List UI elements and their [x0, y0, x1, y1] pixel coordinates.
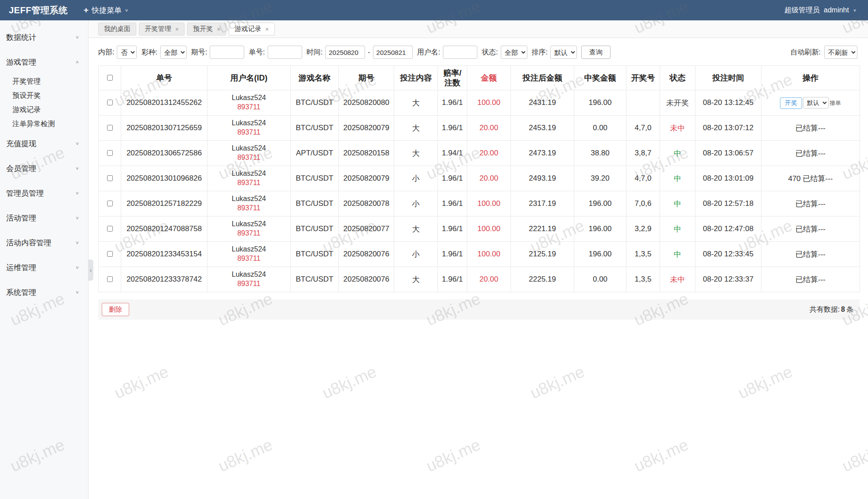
draw-button[interactable]: 开奖	[780, 97, 802, 109]
odds-cell: 1.96/1	[438, 217, 467, 242]
tab[interactable]: 开奖管理×	[139, 23, 184, 35]
tab[interactable]: 游戏记录×	[229, 23, 274, 35]
order-input[interactable]	[268, 46, 302, 59]
game-name-cell: BTC/USDT	[291, 242, 339, 267]
column-header: 金额	[467, 66, 511, 90]
sidebar-item[interactable]: 数据统计∨	[0, 25, 88, 50]
plus-icon: +	[84, 5, 88, 15]
sidebar-subitem[interactable]: 开奖管理	[0, 74, 88, 89]
action-select[interactable]: 默认	[803, 97, 829, 108]
table-header-row: 单号用户名(ID)游戏名称期号投注内容赔率/注数金额投注后金额中奖金额开奖号状态…	[99, 66, 860, 90]
game-name-cell: BTC/USDT	[291, 166, 339, 191]
sidebar-item[interactable]: 活动内容管理∨	[0, 230, 88, 255]
action-cell: 开奖默认撤单	[761, 90, 860, 116]
issue-cell: 20250820076	[339, 242, 394, 267]
amount-cell: 100.00	[467, 90, 511, 116]
after-amount-cell: 2493.19	[511, 166, 574, 191]
sidebar-subitem[interactable]: 注单异常检测	[0, 117, 88, 131]
time-from-input[interactable]	[325, 46, 365, 59]
column-header: 投注时间	[695, 66, 761, 90]
checkbox-cell	[99, 90, 121, 116]
bet-time-cell: 08-20 12:33:37	[695, 267, 761, 292]
sidebar-item[interactable]: 会员管理∨	[0, 156, 88, 181]
internal-select[interactable]: 否	[117, 46, 137, 59]
auto-refresh-select[interactable]: 不刷新	[824, 46, 857, 59]
issue-filter-label: 期号:	[191, 48, 207, 57]
select-all-header	[99, 66, 121, 90]
bet-time-cell: 08-20 13:06:57	[695, 141, 761, 166]
row-checkbox[interactable]	[107, 276, 113, 282]
sidebar-item[interactable]: 运维管理∨	[0, 255, 88, 280]
after-amount-cell: 2473.19	[511, 141, 574, 166]
sidebar-item-label: 活动内容管理	[6, 238, 51, 248]
bet-content-cell: 大	[394, 141, 438, 166]
amount-cell: 20.00	[467, 141, 511, 166]
select-all-checkbox[interactable]	[107, 75, 113, 81]
row-checkbox[interactable]	[107, 125, 113, 131]
order-no-cell: 202508201307125659	[121, 116, 207, 141]
sidebar-item[interactable]: 系统管理∨	[0, 280, 88, 305]
row-checkbox[interactable]	[107, 201, 113, 206]
close-icon[interactable]: ×	[175, 26, 179, 32]
tab-label: 预开奖	[193, 25, 213, 33]
row-checkbox[interactable]	[107, 175, 113, 181]
sidebar-item[interactable]: 充值提现∨	[0, 131, 88, 156]
user-id-text: 893711	[209, 128, 288, 137]
sidebar-item-label: 活动管理	[6, 213, 36, 223]
draw-number-cell: 4,7,0	[626, 166, 660, 191]
user-name: adminht	[824, 6, 849, 14]
win-amount-cell: 196.00	[574, 217, 626, 242]
sidebar-item-label: 充值提现	[6, 139, 36, 149]
sidebar-item[interactable]: 管理员管理∨	[0, 181, 88, 205]
close-icon[interactable]: ×	[217, 26, 220, 32]
issue-input[interactable]	[210, 46, 244, 59]
row-checkbox[interactable]	[107, 150, 113, 156]
lottery-select[interactable]: 全部	[160, 46, 187, 59]
row-checkbox[interactable]	[107, 100, 113, 105]
order-no-cell: 202508201233378742	[121, 267, 207, 292]
time-separator: -	[368, 48, 370, 56]
status-cell: 未开奖	[660, 90, 695, 116]
search-button[interactable]: 查询	[581, 46, 611, 59]
action-cell: 已结算---	[761, 267, 860, 292]
sort-select[interactable]: 默认	[550, 46, 577, 59]
username-input[interactable]	[443, 46, 477, 59]
user-id-text: 893711	[209, 229, 288, 238]
action-cell: 已结算---	[761, 242, 860, 267]
column-header: 操作	[761, 66, 860, 90]
user-menu[interactable]: 超级管理员 adminht ∨	[784, 6, 856, 15]
close-icon[interactable]: ×	[265, 26, 269, 32]
row-checkbox[interactable]	[107, 226, 113, 232]
draw-number-cell: 3,2,9	[626, 217, 660, 242]
status-select[interactable]: 全部	[501, 46, 527, 59]
username-text: Lukasz524	[209, 194, 288, 204]
time-to-input[interactable]	[373, 46, 413, 59]
status-cell: 未中	[660, 116, 695, 141]
draw-number-cell: 1,3,5	[626, 267, 660, 292]
main-content: 我的桌面开奖管理×预开奖×游戏记录× 内部: 否 彩种: 全部 期号: 单号: …	[88, 20, 868, 499]
sidebar-item[interactable]: 活动管理∨	[0, 205, 88, 230]
sidebar-subitem[interactable]: 预设开奖	[0, 89, 88, 103]
user-id-text: 893711	[209, 178, 288, 188]
tab-bar: 我的桌面开奖管理×预开奖×游戏记录×	[88, 20, 868, 38]
status-filter-label: 状态:	[482, 48, 498, 57]
table-row: 202508201306572586Lukasz524893711APT/USD…	[99, 141, 860, 166]
sidebar-submenu: 开奖管理预设开奖游戏记录注单异常检测	[0, 74, 88, 131]
sidebar-item[interactable]: 游戏管理∧	[0, 50, 88, 74]
delete-button[interactable]: 删除	[102, 303, 129, 316]
status-cell: 中	[660, 191, 695, 217]
odds-cell: 1.96/1	[438, 242, 467, 267]
after-amount-cell: 2125.19	[511, 242, 574, 267]
cancel-order-link[interactable]: 撤单	[830, 100, 841, 106]
action-cell: 已结算---	[761, 116, 860, 141]
app-title: JEFF管理系统	[9, 4, 68, 16]
table-row: 202508201233378742Lukasz524893711BTC/USD…	[99, 267, 860, 292]
quick-menu-button[interactable]: + 快捷菜单 ∨	[84, 5, 128, 15]
tab[interactable]: 我的桌面	[98, 23, 136, 35]
sidebar-collapse-handle[interactable]: ‹	[88, 259, 93, 281]
user-id-text: 893711	[209, 103, 288, 112]
row-checkbox[interactable]	[107, 251, 113, 257]
tab[interactable]: 预开奖×	[187, 23, 226, 35]
sidebar-subitem[interactable]: 游戏记录	[0, 103, 88, 117]
odds-cell: 1.96/1	[438, 90, 467, 116]
